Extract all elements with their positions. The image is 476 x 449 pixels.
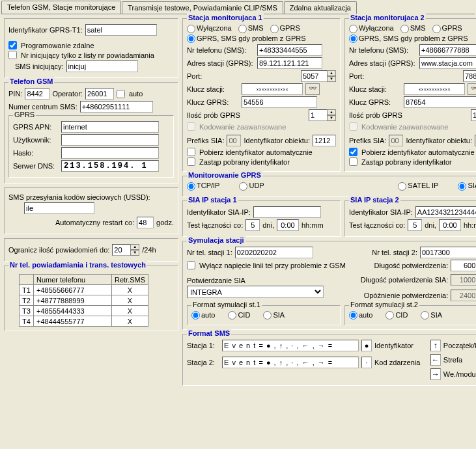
spin-down-icon[interactable]: ▼ (327, 115, 336, 121)
fmt1-auto-radio[interactable]: auto (191, 311, 215, 320)
s2-replace-label: Zastąp pobrany identyfikator (361, 158, 452, 166)
station1-combo-radio[interactable]: GPRS, SMS gdy problem z GPRS (187, 34, 306, 44)
gprs-t1-input[interactable] (85, 24, 157, 36)
reveal-key-icon[interactable]: 👓 (305, 83, 320, 95)
main-tabs: Telefon GSM, Stacje monitorujące Transmi… (1, 1, 475, 14)
fmt1-sia-radio[interactable]: SIA (263, 311, 285, 320)
table-row[interactable]: T2+48777888999X (20, 295, 148, 306)
s2-tries-input[interactable] (471, 109, 476, 121)
conf-len-input[interactable] (451, 260, 476, 271)
s1-tries-spinner[interactable]: ▲▼ (309, 109, 336, 121)
restart-input[interactable] (137, 217, 154, 228)
siaip2-time-input[interactable] (439, 219, 461, 231)
siaip1-time-input[interactable] (277, 219, 299, 231)
station1-sms-radio[interactable]: SMS (238, 24, 264, 33)
s2-port-spinner[interactable]: ▲▼ (463, 70, 476, 82)
sim-tel2-input[interactable] (420, 247, 476, 258)
tcp-radio[interactable]: TCP/IP (187, 182, 219, 191)
user-input[interactable] (61, 134, 159, 146)
delay-input (451, 290, 476, 301)
s1-tel-input[interactable] (257, 44, 322, 56)
station2-title: Stacja monitorujaca 2 (349, 14, 426, 21)
phones-header: Numer telefonu Retr.SMS (20, 275, 148, 285)
siaip2-days-input[interactable] (408, 219, 422, 231)
apn-input[interactable] (61, 121, 159, 133)
limit-spinner[interactable]: ▲▼ (112, 244, 139, 256)
pass-label: Hasło: (13, 149, 59, 157)
s2-port-input[interactable] (463, 70, 476, 82)
s1-gprskey-label: Klucz GPRS: (187, 98, 239, 106)
tab-test-transmissions[interactable]: Transmisje testowe, Powiadamianie CLIP/S… (122, 1, 283, 14)
auto-label: auto (129, 90, 143, 98)
spin-up-icon[interactable]: ▲ (327, 109, 336, 115)
sms-s2-input[interactable] (222, 357, 359, 368)
s2-tries-spinner[interactable]: ▲▼ (471, 109, 476, 121)
s1-port-spinner[interactable]: ▲▼ (301, 70, 336, 82)
operator-input[interactable] (85, 88, 114, 100)
fmt1-cid-radio[interactable]: CID (228, 311, 250, 320)
s2-key-input[interactable] (404, 83, 465, 95)
pin-input[interactable] (25, 88, 49, 100)
s1-objid-input[interactable] (313, 135, 336, 146)
s2-gprskey-input[interactable] (404, 96, 476, 108)
fmt2-auto-radio[interactable]: auto (349, 311, 372, 320)
remote-programming-label: Programowanie zdalne (21, 42, 94, 49)
s1-autoid-checkbox[interactable] (187, 148, 195, 156)
spin-up-icon[interactable]: ▲ (327, 70, 336, 76)
siaip1-id-input[interactable] (253, 206, 321, 218)
station2-sms-radio[interactable]: SMS (400, 24, 426, 33)
sms-s1-label: Stacja 1: (187, 342, 219, 349)
satel-radio[interactable]: SATEL IP (398, 182, 438, 191)
limit-input[interactable] (112, 244, 130, 256)
s2-autoid-checkbox[interactable] (349, 148, 357, 156)
station1-off-radio[interactable]: Wyłączona (187, 24, 232, 33)
remote-programming-checkbox[interactable] (8, 41, 17, 49)
sms-s1-input[interactable] (222, 340, 359, 351)
gprs-subtitle: GPRS (13, 111, 36, 118)
s2-prefix-label: Prefiks SIA: (349, 137, 386, 144)
sms-center-input[interactable] (80, 101, 153, 113)
init-from-list-checkbox[interactable] (8, 51, 17, 59)
dns-value[interactable]: 213.158.194. 1 (61, 160, 159, 172)
sia-len-label: Długość potwierdzenia SIA: (361, 276, 449, 284)
disable-line-checkbox[interactable] (187, 261, 195, 269)
potw-select[interactable]: INTEGRA (187, 286, 324, 298)
tab-remote-update[interactable]: Zdalna aktualizacja (284, 1, 357, 14)
dot-small-icon: · (361, 357, 372, 368)
table-row[interactable]: T4+48444555777X (20, 316, 148, 327)
sia-radio[interactable]: SIA IP (458, 182, 476, 191)
spin-down-icon[interactable]: ▼ (327, 76, 336, 82)
udp-radio[interactable]: UDP (239, 182, 264, 191)
siaip2-id-input[interactable] (415, 206, 476, 218)
auto-checkbox[interactable] (117, 90, 125, 98)
sim-tel1-input[interactable] (235, 247, 313, 258)
s1-key-input[interactable] (242, 83, 303, 95)
station1-gprs-radio[interactable]: GPRS (270, 24, 300, 33)
s1-key-label: Klucz stacji: (187, 85, 239, 93)
table-row[interactable]: T3+48555444333X (20, 306, 148, 316)
s1-replace-checkbox[interactable] (187, 157, 195, 166)
table-row[interactable]: T1+48555666777X (20, 285, 148, 295)
s1-gprskey-input[interactable] (242, 96, 317, 108)
s1-addr-input[interactable] (257, 57, 322, 69)
conf-len-spinner[interactable]: ▲▼ (451, 260, 476, 271)
sms-init-input[interactable] (66, 61, 138, 72)
spin-up-icon[interactable]: ▲ (130, 244, 139, 250)
tab-gsm-stations[interactable]: Telefon GSM, Stacje monitorujące (1, 1, 121, 14)
station2-off-radio[interactable]: Wyłączona (349, 24, 394, 33)
siaip1-days-input[interactable] (245, 219, 260, 231)
ussd-input[interactable] (24, 202, 94, 214)
station2-gprs-radio[interactable]: GPRS (432, 24, 462, 33)
sms-init-label: SMS inicjujący: (15, 62, 64, 70)
spin-down-icon[interactable]: ▼ (130, 250, 139, 256)
reveal-key-icon[interactable]: 👓 (468, 83, 476, 95)
s2-addr-input[interactable] (419, 57, 476, 69)
s1-tries-input[interactable] (309, 109, 327, 121)
pass-input[interactable] (61, 147, 159, 159)
s2-replace-checkbox[interactable] (349, 157, 357, 166)
s2-tel-input[interactable] (419, 44, 476, 56)
s1-port-input[interactable] (301, 70, 327, 82)
fmt2-sia-radio[interactable]: SIA (421, 311, 442, 320)
station2-combo-radio[interactable]: GPRS, SMS gdy problem z GPRS (349, 34, 468, 44)
fmt2-cid-radio[interactable]: CID (385, 311, 408, 320)
